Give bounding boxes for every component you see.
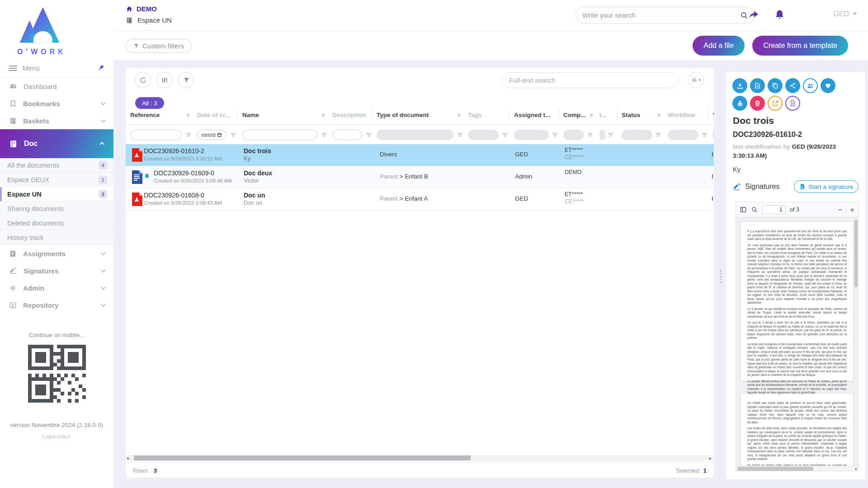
filter-input-name[interactable] [242,130,317,140]
column-header-date[interactable]: Date of cr... [197,112,230,118]
sidebar-item-assignments[interactable]: Assignments [0,245,113,262]
legal-notice-link[interactable]: Legal notice [0,434,113,439]
pin-icon[interactable] [98,64,104,72]
pdf-vertical-scrollbar[interactable] [854,220,858,287]
sidebar-item-dashboard[interactable]: Dashboard [0,78,113,95]
filter-funnel-icon[interactable] [702,131,707,140]
start-signature-button[interactable]: Start a signature [794,180,859,193]
filter-input-tags[interactable] [468,130,499,140]
table-row[interactable]: DOC230926-01608-0 Created on 9/26/2023 3… [126,188,714,211]
scroll-right-arrow[interactable]: ▸ [709,456,713,460]
column-header-y[interactable]: Y [712,112,714,118]
filter-funnel-icon[interactable] [321,131,327,140]
zoom-out-button[interactable]: − [838,206,842,214]
table-horizontal-scrollbar[interactable]: ◂ ▸ [127,455,713,461]
filter-funnel-icon[interactable] [457,131,462,140]
table-row[interactable]: DOC230926-01609-0 Created on 9/26/2023 3… [126,166,714,188]
column-header-reference[interactable]: Reference [130,112,160,118]
sidebar-item-doc-active[interactable]: Doc [0,129,113,158]
open-external-button[interactable] [768,96,783,111]
column-header-assigned[interactable]: Assigned t... [514,112,550,118]
filter-input-description[interactable] [332,130,362,140]
scroll-right-arrow[interactable]: ▸ [855,467,858,471]
search-icon[interactable] [740,11,748,19]
sidebar-item-all-documents[interactable]: All the documents 4 [0,158,113,173]
filter-input-type[interactable] [377,130,453,140]
custom-filters-button[interactable]: Custom filters [126,39,192,53]
document-button[interactable] [785,96,800,111]
copy-button[interactable] [768,78,783,93]
share-button[interactable] [785,78,800,93]
column-header-name[interactable]: Name [242,112,259,118]
app-logo[interactable]: O'WORK [0,0,113,56]
filter-button[interactable] [178,72,194,88]
filter-input-assigned[interactable] [514,130,549,140]
scrollbar-thumb[interactable] [737,467,813,471]
global-search-input[interactable] [582,11,740,19]
sidebar-item-bookmarks[interactable]: Bookmarks [0,95,113,112]
pdf-horizontal-scrollbar[interactable]: ▸ [736,466,858,471]
panel-resize-handle[interactable] [720,270,722,283]
filter-funnel-icon[interactable] [502,131,508,140]
sidebar-item-repository[interactable]: Repository [0,296,113,314]
sidebar-item-sharing-documents[interactable]: Sharing documents [0,202,113,216]
filter-input-company[interactable] [563,130,584,140]
column-header-company[interactable]: Comp... [563,112,586,118]
sidebar-item-espace-un[interactable]: Espace UN 3 [0,187,113,202]
column-header-type[interactable]: Type of document [377,112,429,118]
menu-toggle[interactable]: Menu [0,59,113,78]
filter-funnel-icon[interactable] [587,131,593,140]
breadcrumb[interactable]: DEMO [126,5,157,13]
filter-funnel-icon[interactable] [366,131,372,140]
add-file-button[interactable]: Add a file [693,36,745,56]
table-settings-button[interactable]: ▾ [688,72,704,88]
table-row[interactable]: DOC230926-01610-2 Created on 9/26/2023 3… [126,144,714,166]
fulltext-search-input[interactable] [509,76,671,84]
zoom-in-button[interactable]: + [850,206,854,214]
column-header-tags[interactable]: Tags [468,112,482,118]
user-menu[interactable]: GED [833,10,857,18]
download-button[interactable] [732,78,747,93]
refresh-button[interactable] [135,72,151,88]
filter-input-date[interactable]: mm/d [197,130,226,140]
stamp-button[interactable] [732,96,747,111]
filter-input-workflow[interactable] [668,130,698,140]
sidebar-item-deleted-documents[interactable]: Deleted documents [0,216,113,230]
filter-input-y[interactable] [712,130,714,140]
filter-funnel-icon[interactable] [231,131,236,140]
scrollbar-thumb[interactable] [134,455,471,460]
column-header-workflow[interactable]: Workflow [668,112,695,118]
sidebar-item-signatures[interactable]: Signatures [0,262,113,279]
calendar-icon[interactable] [217,132,222,137]
column-header-description[interactable]: Description [332,112,366,118]
create-from-template-button[interactable]: Create from a template [752,36,848,56]
column-header-i[interactable]: I... [599,112,606,118]
scroll-left-arrow[interactable]: ◂ [127,456,130,460]
stamp-icon [736,100,744,107]
count-badge: 3 [99,190,107,198]
filter-chip-all[interactable]: All : 3 [135,97,164,109]
sidebar-item-baskets[interactable]: Baskets [0,112,113,129]
filter-input-i[interactable] [599,130,605,140]
sidebar-item-history-track[interactable]: History track [0,230,113,245]
filter-funnel-icon[interactable] [552,131,558,140]
users-button[interactable] [803,78,818,93]
filter-input-reference[interactable] [130,130,182,140]
filter-funnel-icon[interactable] [608,131,613,140]
sidebar-item-espace-deux[interactable]: Espace DEUX 1 [0,173,113,187]
filter-funnel-icon[interactable] [186,131,191,140]
pdf-pages[interactable]: Il y a aujourd'hui trois cent quarante-h… [736,218,858,466]
notifications-bell-icon[interactable] [774,9,785,22]
favorite-button[interactable] [821,78,835,93]
delete-button[interactable] [750,96,765,111]
file-upload-button[interactable] [750,78,765,93]
filter-input-status[interactable] [622,130,652,140]
sidebar-toggle-icon[interactable] [740,206,747,213]
search-icon[interactable] [751,206,758,213]
sidebar-item-admin[interactable]: Admin [0,279,113,296]
share-shortcut-icon[interactable] [748,9,760,23]
page-number-input[interactable] [762,205,786,214]
filter-funnel-icon[interactable] [656,131,661,140]
columns-button[interactable] [156,72,173,88]
column-header-status[interactable]: Status [622,112,640,118]
